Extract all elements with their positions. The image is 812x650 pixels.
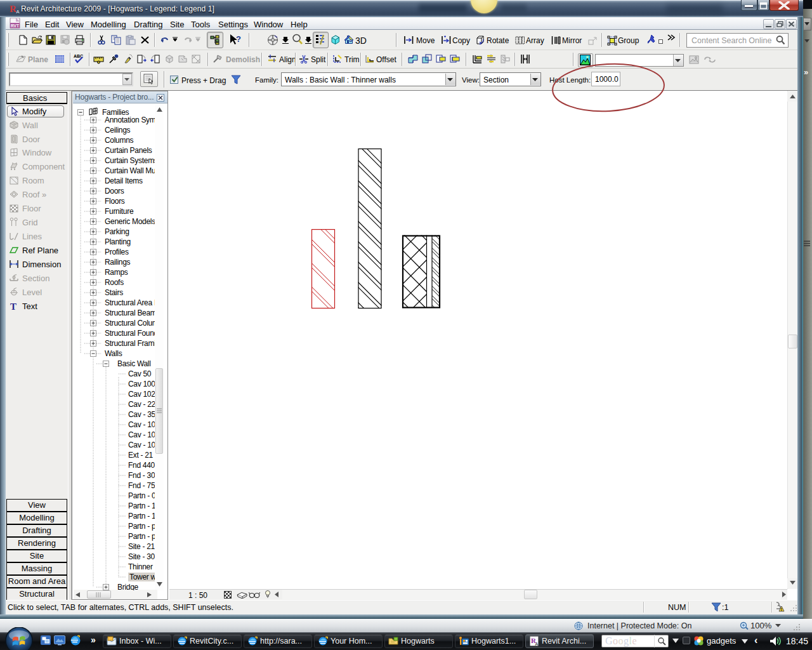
svg-text:A: A bbox=[535, 642, 539, 646]
